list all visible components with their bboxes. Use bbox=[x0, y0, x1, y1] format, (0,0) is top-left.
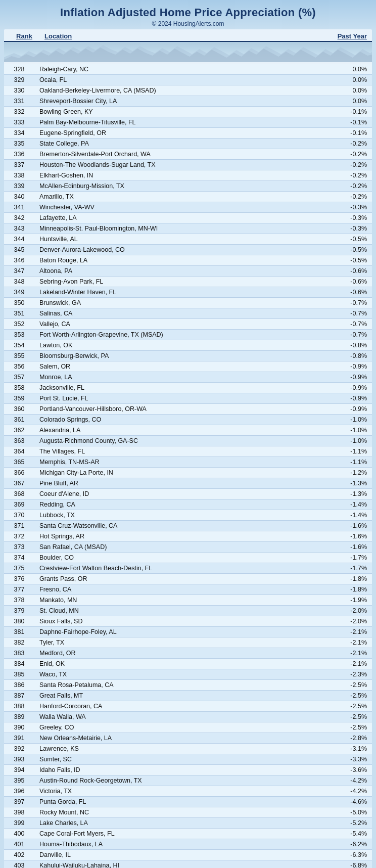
cell-location: Santa Cruz-Watsonville, CA bbox=[34, 521, 332, 531]
table-row: 402Danville, IL-6.3% bbox=[4, 850, 372, 860]
cell-value: -2.1% bbox=[332, 627, 372, 637]
cell-value: -0.2% bbox=[332, 192, 372, 202]
table-row: 388Hanford-Corcoran, CA-2.5% bbox=[4, 701, 372, 712]
cell-location: Monroe, LA bbox=[34, 372, 332, 383]
cell-value: -2.5% bbox=[332, 712, 372, 722]
cell-location: Redding, CA bbox=[34, 499, 332, 510]
table-row: 350Brunswick, GA-0.7% bbox=[4, 298, 372, 308]
table-row: 360Portland-Vancouver-Hillsboro, OR-WA-0… bbox=[4, 404, 372, 415]
table-row: 368Coeur d'Alene, ID-1.3% bbox=[4, 489, 372, 499]
cell-location: Punta Gorda, FL bbox=[34, 797, 332, 807]
cell-value: -0.7% bbox=[332, 319, 372, 330]
cell-value: -4.2% bbox=[332, 775, 372, 786]
cell-value: -0.2% bbox=[332, 160, 372, 170]
cell-value: -0.2% bbox=[332, 139, 372, 149]
cell-value: -1.0% bbox=[332, 415, 372, 425]
cell-value: -1.8% bbox=[332, 584, 372, 595]
table-row: 397Punta Gorda, FL-4.6% bbox=[4, 797, 372, 807]
cell-value: -1.2% bbox=[332, 468, 372, 478]
table-row: 398Rocky Mount, NC-5.0% bbox=[4, 807, 372, 818]
cell-location: Santa Rosa-Petaluma, CA bbox=[34, 680, 332, 691]
cell-rank: 363 bbox=[4, 436, 34, 446]
cell-value: -2.1% bbox=[332, 637, 372, 648]
cell-rank: 353 bbox=[4, 330, 34, 340]
table-row: 393Sumter, SC-3.3% bbox=[4, 754, 372, 765]
cell-rank: 355 bbox=[4, 351, 34, 361]
table-row: 373San Rafael, CA (MSAD)-1.6% bbox=[4, 542, 372, 553]
header: Inflation Adjusted Home Price Appreciati… bbox=[0, 0, 376, 29]
cell-value: -2.1% bbox=[332, 648, 372, 659]
cell-rank: 391 bbox=[4, 733, 34, 744]
cell-rank: 348 bbox=[4, 277, 34, 287]
cell-location: Alexandria, LA bbox=[34, 425, 332, 436]
cell-rank: 376 bbox=[4, 574, 34, 584]
location-header: Location bbox=[39, 32, 326, 40]
cell-location: Altoona, PA bbox=[34, 266, 332, 277]
cell-value: -1.1% bbox=[332, 446, 372, 457]
cell-value: -0.1% bbox=[332, 117, 372, 128]
cell-rank: 356 bbox=[4, 361, 34, 372]
table-row: 357Monroe, LA-0.9% bbox=[4, 372, 372, 383]
cell-location: Hot Springs, AR bbox=[34, 531, 332, 542]
cell-value: -0.9% bbox=[332, 393, 372, 404]
cell-rank: 379 bbox=[4, 606, 34, 616]
table-row: 342Lafayette, LA-0.3% bbox=[4, 213, 372, 223]
cell-rank: 366 bbox=[4, 468, 34, 478]
table-row: 395Austin-Round Rock-Georgetown, TX-4.2% bbox=[4, 775, 372, 786]
cell-location: Pine Bluff, AR bbox=[34, 478, 332, 489]
table-row: 338Elkhart-Goshen, IN-0.2% bbox=[4, 170, 372, 181]
page-wrapper: Inflation Adjusted Home Price Appreciati… bbox=[0, 0, 376, 868]
cell-rank: 346 bbox=[4, 255, 34, 266]
cell-location: Houston-The Woodlands-Sugar Land, TX bbox=[34, 160, 332, 170]
cell-location: Cape Coral-Fort Myers, FL bbox=[34, 829, 332, 839]
cell-rank: 390 bbox=[4, 722, 34, 733]
table-row: 375Crestview-Fort Walton Beach-Destin, F… bbox=[4, 563, 372, 574]
cell-rank: 384 bbox=[4, 659, 34, 669]
cell-value: -0.6% bbox=[332, 266, 372, 277]
cell-rank: 399 bbox=[4, 818, 34, 829]
table-row: 389Walla Walla, WA-2.5% bbox=[4, 712, 372, 722]
cell-value: -1.0% bbox=[332, 425, 372, 436]
cell-location: Ocala, FL bbox=[34, 75, 332, 85]
cell-value: -6.3% bbox=[332, 850, 372, 860]
cell-value: -0.9% bbox=[332, 404, 372, 415]
table-row: 328Raleigh-Cary, NC0.0% bbox=[4, 64, 372, 75]
table-row: 390Greeley, CO-2.5% bbox=[4, 722, 372, 733]
cell-location: Hanford-Corcoran, CA bbox=[34, 701, 332, 712]
cell-rank: 380 bbox=[4, 616, 34, 627]
table-row: 355Bloomsburg-Berwick, PA-0.8% bbox=[4, 351, 372, 361]
cell-value: -0.2% bbox=[332, 149, 372, 160]
cell-value: -1.9% bbox=[332, 595, 372, 606]
table-row: 379St. Cloud, MN-2.0% bbox=[4, 606, 372, 616]
table-row: 334Eugene-Springfield, OR-0.1% bbox=[4, 128, 372, 139]
cell-rank: 345 bbox=[4, 245, 34, 255]
table-row: 370Lubbock, TX-1.4% bbox=[4, 510, 372, 521]
cell-value: -0.1% bbox=[332, 128, 372, 139]
table-row: 329Ocala, FL0.0% bbox=[4, 75, 372, 85]
cell-location: Salinas, CA bbox=[34, 308, 332, 319]
cell-rank: 368 bbox=[4, 489, 34, 499]
cell-value: -0.7% bbox=[332, 308, 372, 319]
cell-value: -0.5% bbox=[332, 255, 372, 266]
cell-rank: 389 bbox=[4, 712, 34, 722]
cell-rank: 371 bbox=[4, 521, 34, 531]
cell-rank: 377 bbox=[4, 584, 34, 595]
table-row: 369Redding, CA-1.4% bbox=[4, 499, 372, 510]
cell-location: Lafayette, LA bbox=[34, 213, 332, 223]
table-row: 361Colorado Springs, CO-1.0% bbox=[4, 415, 372, 425]
cell-rank: 375 bbox=[4, 563, 34, 574]
cell-rank: 350 bbox=[4, 298, 34, 308]
cell-rank: 352 bbox=[4, 319, 34, 330]
cell-location: Boulder, CO bbox=[34, 553, 332, 563]
cell-rank: 330 bbox=[4, 85, 34, 96]
cell-rank: 359 bbox=[4, 393, 34, 404]
cell-value: -1.1% bbox=[332, 457, 372, 468]
cell-location: Tyler, TX bbox=[34, 637, 332, 648]
table-row: 332Bowling Green, KY-0.1% bbox=[4, 107, 372, 117]
cell-value: -4.6% bbox=[332, 797, 372, 807]
cell-value: -0.1% bbox=[332, 107, 372, 117]
copyright: © 2024 HousingAlerts.com bbox=[5, 20, 371, 27]
cell-rank: 338 bbox=[4, 170, 34, 181]
cell-value: -1.3% bbox=[332, 489, 372, 499]
cell-location: Amarillo, TX bbox=[34, 192, 332, 202]
